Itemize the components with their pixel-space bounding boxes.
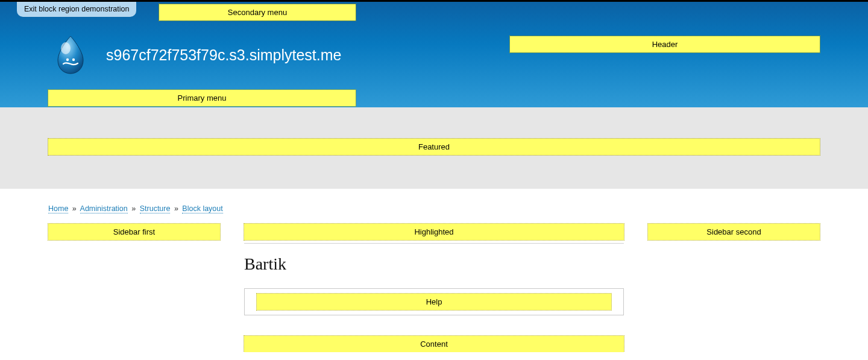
exit-demo-button[interactable]: Exit block region demonstration	[17, 2, 136, 17]
region-sidebar-second[interactable]: Sidebar second	[648, 224, 820, 240]
breadcrumb-sep: »	[174, 204, 178, 213]
region-primary-menu[interactable]: Primary menu	[48, 90, 356, 106]
header-band: Exit block region demonstration Secondar…	[0, 2, 868, 107]
region-featured[interactable]: Featured	[48, 139, 820, 155]
svg-point-2	[72, 58, 75, 61]
column-center: Highlighted Bartik Help Content	[244, 224, 624, 352]
featured-band: Featured	[0, 107, 868, 189]
region-highlighted[interactable]: Highlighted	[244, 224, 624, 240]
region-header[interactable]: Header	[510, 36, 820, 52]
help-wrapper: Help	[244, 288, 624, 315]
breadcrumb-home[interactable]: Home	[48, 204, 68, 213]
svg-point-1	[66, 58, 69, 61]
column-right: Sidebar second	[648, 224, 820, 240]
site-name-link[interactable]: s967cf72f753f79c.s3.simplytest.me	[106, 46, 341, 64]
breadcrumb-sep: »	[72, 204, 77, 213]
layout-columns: Sidebar first Highlighted Bartik Help Co…	[48, 224, 820, 352]
page-title: Bartik	[244, 254, 624, 274]
drupal-logo-icon[interactable]	[53, 35, 88, 75]
highlighted-wrapper: Highlighted	[244, 224, 624, 244]
content-wrapper: Content	[244, 336, 624, 352]
breadcrumb-block-layout[interactable]: Block layout	[182, 204, 222, 213]
region-content[interactable]: Content	[244, 336, 624, 352]
breadcrumb: Home » Administration » Structure » Bloc…	[48, 204, 820, 213]
breadcrumb-sep: »	[131, 204, 136, 213]
site-branding: s967cf72f753f79c.s3.simplytest.me	[53, 35, 341, 75]
breadcrumb-structure[interactable]: Structure	[140, 204, 171, 213]
svg-point-0	[61, 42, 71, 54]
region-sidebar-first[interactable]: Sidebar first	[48, 224, 220, 240]
breadcrumb-admin[interactable]: Administration	[80, 204, 128, 213]
content-area: Home » Administration » Structure » Bloc…	[0, 189, 868, 352]
column-left: Sidebar first	[48, 224, 220, 240]
region-help[interactable]: Help	[257, 294, 611, 310]
region-secondary-menu[interactable]: Secondary menu	[159, 4, 356, 21]
